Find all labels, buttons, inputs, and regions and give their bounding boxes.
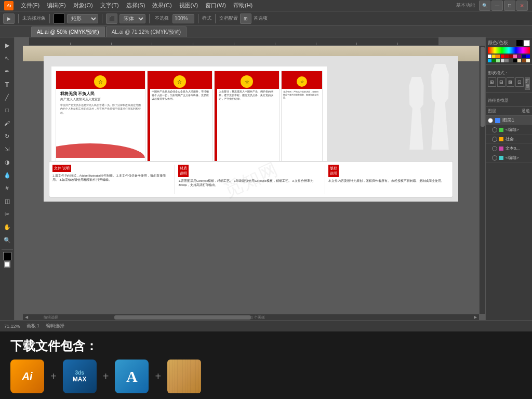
panel-1-large: ☆ 我将无我 不负人民 共产党人入党誓词及入党宣言 中国共产党党员永远是劳动人民… bbox=[56, 71, 145, 166]
artwork-background[interactable]: ☆ 我将无我 不负人民 共产党人入党誓词及入党宣言 中国共产党党员永远是劳动人民… bbox=[44, 56, 458, 202]
zoom-input[interactable] bbox=[172, 14, 194, 23]
swatch-orange[interactable] bbox=[496, 55, 500, 58]
layer-5-vis[interactable] bbox=[492, 155, 497, 161]
tool-rect[interactable]: □ bbox=[2, 104, 13, 116]
h-scrollbar-thumb[interactable] bbox=[114, 315, 251, 320]
swatch-darkred[interactable] bbox=[505, 55, 509, 58]
tool-eyedropper[interactable]: 💧 bbox=[2, 169, 13, 181]
fg-color[interactable] bbox=[516, 40, 523, 46]
layer-2-vis[interactable] bbox=[492, 127, 497, 132]
swatch-deepred[interactable] bbox=[509, 55, 513, 58]
layer-4[interactable]: 文本0... bbox=[486, 144, 532, 153]
stroke-swatch[interactable] bbox=[54, 14, 65, 24]
menu-window[interactable]: 窗口(W) bbox=[202, 1, 229, 10]
shape-minus[interactable]: ⊟ bbox=[497, 77, 506, 87]
menu-select[interactable]: 选择(S) bbox=[123, 1, 149, 10]
swatch-pink[interactable] bbox=[513, 55, 517, 58]
tool-mesh[interactable]: # bbox=[2, 182, 13, 194]
swatch-darkgray[interactable] bbox=[509, 59, 513, 62]
panel-3-side-stripe bbox=[215, 89, 217, 166]
menu-edit[interactable]: 编辑(E) bbox=[44, 1, 69, 10]
swatch-brown[interactable] bbox=[522, 59, 526, 62]
tab-2[interactable]: AL.ai @ 71.12% (CMYK/预览) bbox=[106, 26, 187, 37]
tool-zoom[interactable]: 🔍 bbox=[2, 234, 13, 246]
tool-type[interactable]: T bbox=[2, 78, 13, 90]
tool-pen[interactable]: ✒ bbox=[2, 65, 13, 77]
tool-select[interactable]: ▶ bbox=[3, 14, 15, 24]
tool-scale[interactable]: ⇲ bbox=[2, 143, 13, 155]
menu-object[interactable]: 对象(O) bbox=[70, 1, 96, 10]
tool-arrow[interactable]: ▶ bbox=[2, 39, 13, 51]
search-btn[interactable]: 🔍 bbox=[479, 1, 490, 11]
tool-direct-select[interactable]: ↖ bbox=[2, 52, 13, 64]
v-scrollbar[interactable] bbox=[479, 46, 485, 314]
stroke-swatch-2[interactable] bbox=[4, 261, 10, 268]
min-btn[interactable]: ─ bbox=[491, 1, 503, 11]
expand-btn[interactable]: 扩展 bbox=[525, 77, 530, 90]
swatch-cyan[interactable] bbox=[488, 59, 491, 62]
fill-swatch[interactable] bbox=[3, 252, 11, 260]
layer-1[interactable]: 图层1 bbox=[486, 116, 532, 125]
tool-blend[interactable]: ◑ bbox=[2, 156, 13, 168]
tool-rotate[interactable]: ↻ bbox=[2, 130, 13, 142]
swatch-black[interactable] bbox=[513, 59, 517, 62]
panel-4-content: 党员守则：严格执行党的决议，在任何情况下都不得损害国家、集体和群众利益。 bbox=[282, 89, 322, 101]
channels-title: 通道 bbox=[522, 108, 530, 114]
tool-scissors[interactable]: ✂ bbox=[2, 208, 13, 220]
swatch-white[interactable] bbox=[488, 55, 491, 58]
swatch-cream[interactable] bbox=[526, 59, 530, 62]
layer-3-color bbox=[499, 137, 503, 141]
grid-view-btn[interactable]: ⊞ bbox=[240, 14, 251, 24]
layer-3[interactable]: 社会... bbox=[486, 135, 532, 144]
canvas-area[interactable]: ☆ 我将无我 不负人民 共产党人入党誓词及入党宣言 中国共产党党员永远是劳动人民… bbox=[15, 37, 485, 320]
tool-brush[interactable]: 🖌 bbox=[2, 117, 13, 129]
menu-effect[interactable]: 效果(C) bbox=[149, 1, 175, 10]
swatch-navy[interactable] bbox=[522, 55, 526, 58]
menu-view[interactable]: 视图(V) bbox=[176, 1, 202, 10]
color-spectrum[interactable] bbox=[488, 47, 530, 54]
swatch-purple[interactable] bbox=[517, 55, 521, 58]
shape-unite[interactable]: ⊞ bbox=[488, 77, 496, 87]
swatch-gold[interactable] bbox=[492, 55, 496, 58]
h-scrollbar[interactable]: ▶ ◀ 编辑选择 1 个画板 bbox=[23, 314, 479, 320]
viewport[interactable]: ☆ 我将无我 不负人民 共产党人入党誓词及入党宣言 中国共产党党员永远是劳动人民… bbox=[23, 46, 479, 314]
tool-gradient[interactable]: ◫ bbox=[2, 195, 13, 207]
layer-4-vis[interactable] bbox=[492, 146, 497, 151]
swatch-blue[interactable] bbox=[526, 55, 530, 58]
shape-select[interactable]: 矩形 bbox=[67, 14, 98, 23]
layer-1-vis[interactable] bbox=[488, 118, 493, 123]
menu-text[interactable]: 文字(T) bbox=[97, 1, 122, 10]
max-btn[interactable]: □ bbox=[504, 1, 515, 11]
party-emblem-2: ☆ bbox=[174, 75, 186, 88]
tool-line[interactable]: ╱ bbox=[2, 91, 13, 103]
bg-color[interactable] bbox=[524, 40, 530, 46]
swatch-wheat[interactable] bbox=[517, 59, 521, 62]
layer-5[interactable]: <编组> bbox=[486, 153, 532, 163]
swatch-gray[interactable] bbox=[501, 59, 504, 62]
party-emblem-1: ☆ bbox=[94, 75, 107, 88]
v-scrollbar-thumb[interactable] bbox=[481, 47, 485, 127]
layer-5-color bbox=[499, 156, 503, 160]
swatch-green[interactable] bbox=[492, 59, 496, 62]
font-select[interactable]: 宋体 bbox=[119, 14, 145, 23]
menu-file[interactable]: 文件(F) bbox=[18, 1, 43, 10]
swatch-midgray[interactable] bbox=[505, 59, 509, 62]
layer-3-vis[interactable] bbox=[492, 137, 497, 142]
max-top-label: 3ds bbox=[75, 370, 84, 376]
main-layout: ▶ ↖ ✒ T ╱ □ 🖌 ↻ ⇲ ◑ 💧 # ◫ ✂ ✋ 🔍 bbox=[0, 37, 532, 320]
swatch-red[interactable] bbox=[501, 55, 504, 58]
download-section: 下载文件包含： Ai + 3ds MAX + A + bbox=[0, 331, 532, 399]
party-emblem-3: ☆ bbox=[241, 75, 253, 88]
panel-1-content: 我将无我 不负人民 共产党人入党誓词及入党宣言 中国共产党党员永远是劳动人民的普… bbox=[56, 89, 145, 117]
swatch-lightgreen[interactable] bbox=[496, 59, 500, 62]
menu-help[interactable]: 帮助(H) bbox=[230, 1, 256, 10]
tab-1[interactable]: AL.ai @ 50% (CMYK/预览) bbox=[31, 26, 105, 37]
layer-2[interactable]: <编组> bbox=[486, 125, 532, 135]
tool-hand[interactable]: ✋ bbox=[2, 221, 13, 233]
copyright-content: 本文件内容及设计为原创，版权归作者所有。 未经授权不得转载、复制或商业使用。 bbox=[328, 179, 447, 183]
plus-2: + bbox=[101, 370, 111, 382]
shape-exclude[interactable]: ⊡ bbox=[515, 77, 524, 87]
align-left[interactable]: ⬛ bbox=[106, 14, 117, 24]
shape-intersect[interactable]: ⊠ bbox=[507, 77, 515, 87]
close-btn[interactable]: ✕ bbox=[516, 1, 528, 11]
